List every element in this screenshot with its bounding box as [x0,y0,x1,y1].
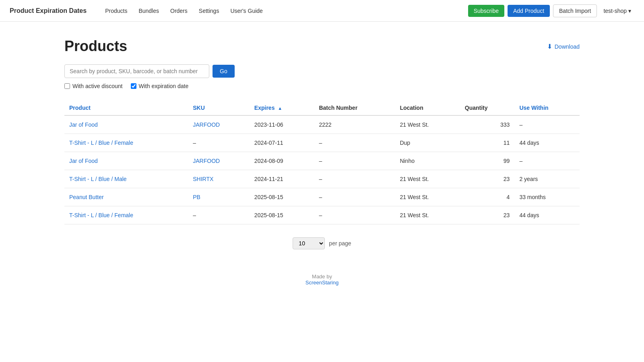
cell-use-within: – [514,152,580,170]
table-row: Jar of FoodJARFOOD2024-08-09–Ninho99– [64,152,580,170]
screenstaring-link[interactable]: ScreenStaring [305,280,339,286]
navbar-nav: Products Bundles Orders Settings User's … [99,0,468,22]
filter-expiration-label: With expiration date [139,83,189,89]
cell-use-within: 44 days [514,134,580,152]
cell-batch-number: 2222 [314,115,395,134]
cell-sku: – [188,206,250,224]
cell-sku: – [188,134,250,152]
download-link[interactable]: ⬇ Download [547,43,580,50]
cell-quantity: 23 [460,170,515,188]
col-header-quantity: Quantity [460,101,515,115]
cell-use-within: 33 months [514,188,580,206]
sort-asc-icon: ▲ [278,106,282,111]
cell-sku: JARFOOD [188,115,250,134]
nav-users-guide[interactable]: User's Guide [225,0,268,22]
nav-bundles[interactable]: Bundles [133,0,165,22]
per-page-label: per page [329,240,351,247]
footer: Made by ScreenStaring [64,274,580,286]
search-input[interactable] [64,64,209,78]
col-header-sku[interactable]: SKU [188,101,250,115]
cell-location: 21 West St. [395,206,460,224]
product-link[interactable]: T-Shirt - L / Blue / Male [69,176,127,182]
cell-sku: JARFOOD [188,152,250,170]
cell-product: Jar of Food [64,152,188,170]
add-product-button[interactable]: Add Product [508,5,550,17]
cell-location: 21 West St. [395,170,460,188]
page-title: Products [64,38,127,55]
col-header-product[interactable]: Product [64,101,188,115]
col-header-batch-number: Batch Number [314,101,395,115]
filter-active-discount[interactable]: With active discount [64,83,123,89]
cell-batch-number: – [314,134,395,152]
filter-expiration-checkbox[interactable] [131,83,136,89]
shop-dropdown[interactable]: test-shop ▾ [600,8,634,14]
col-header-location: Location [395,101,460,115]
cell-batch-number: – [314,170,395,188]
cell-expires: 2025-08-15 [250,188,314,206]
navbar-actions: Subscribe Add Product Batch Import test-… [468,4,634,17]
filter-discount-checkbox[interactable] [64,83,70,89]
cell-batch-number: – [314,206,395,224]
cell-product: T-Shirt - L / Blue / Male [64,170,188,188]
main-content: Products ⬇ Download Go With active disco… [0,22,644,362]
cell-product: Peanut Butter [64,188,188,206]
page-header: Products ⬇ Download [64,38,580,55]
cell-expires: 2025-08-15 [250,206,314,224]
made-by-text: Made by ScreenStaring [64,274,580,286]
table-body: Jar of FoodJARFOOD2023-11-06222221 West … [64,115,580,224]
product-link[interactable]: T-Shirt - L / Blue / Female [69,140,133,146]
cell-quantity: 11 [460,134,515,152]
cell-sku: SHIRTX [188,170,250,188]
sku-link[interactable]: JARFOOD [193,158,220,164]
cell-quantity: 23 [460,206,515,224]
table-row: Peanut ButterPB2025-08-15–21 West St.433… [64,188,580,206]
filter-expiration-date[interactable]: With expiration date [131,83,189,89]
batch-import-button[interactable]: Batch Import [553,4,597,17]
download-label: Download [555,43,580,50]
search-go-button[interactable]: Go [213,65,235,78]
sku-link[interactable]: PB [193,194,200,200]
col-header-use-within: Use Within [514,101,580,115]
cell-product: T-Shirt - L / Blue / Female [64,206,188,224]
cell-expires: 2024-08-09 [250,152,314,170]
table-row: Jar of FoodJARFOOD2023-11-06222221 West … [64,115,580,134]
product-link[interactable]: T-Shirt - L / Blue / Female [69,212,133,218]
cell-sku: PB [188,188,250,206]
product-link[interactable]: Jar of Food [69,121,98,128]
col-header-expires[interactable]: Expires ▲ [250,101,314,115]
product-link[interactable]: Jar of Food [69,158,98,164]
cell-use-within: 2 years [514,170,580,188]
sku-link[interactable]: SHIRTX [193,176,213,182]
nav-orders[interactable]: Orders [165,0,193,22]
table-row: T-Shirt - L / Blue / Female–2024-07-11–D… [64,134,580,152]
chevron-down-icon: ▾ [628,8,631,14]
cell-use-within: – [514,115,580,134]
cell-expires: 2024-11-21 [250,170,314,188]
cell-quantity: 4 [460,188,515,206]
sku-link[interactable]: JARFOOD [193,121,220,128]
cell-location: Ninho [395,152,460,170]
cell-quantity: 99 [460,152,515,170]
nav-products[interactable]: Products [99,0,133,22]
table-header: Product SKU Expires ▲ Batch Number Locat… [64,101,580,115]
per-page-select[interactable]: 10 25 50 100 [293,237,325,249]
search-bar: Go [64,64,580,78]
nav-settings[interactable]: Settings [193,0,225,22]
filter-discount-label: With active discount [72,83,123,89]
cell-location: 21 West St. [395,115,460,134]
download-icon: ⬇ [547,43,552,50]
cell-product: T-Shirt - L / Blue / Female [64,134,188,152]
table-row: T-Shirt - L / Blue / MaleSHIRTX2024-11-2… [64,170,580,188]
products-table: Product SKU Expires ▲ Batch Number Locat… [64,101,580,224]
cell-batch-number: – [314,188,395,206]
product-link[interactable]: Peanut Butter [69,194,104,200]
cell-location: Dup [395,134,460,152]
navbar-brand: Product Expiration Dates [10,7,87,14]
subscribe-button[interactable]: Subscribe [468,5,504,17]
table-header-row: Product SKU Expires ▲ Batch Number Locat… [64,101,580,115]
cell-product: Jar of Food [64,115,188,134]
navbar: Product Expiration Dates Products Bundle… [0,0,644,22]
table-row: T-Shirt - L / Blue / Female–2025-08-15–2… [64,206,580,224]
shop-name: test-shop [603,8,627,14]
cell-quantity: 333 [460,115,515,134]
